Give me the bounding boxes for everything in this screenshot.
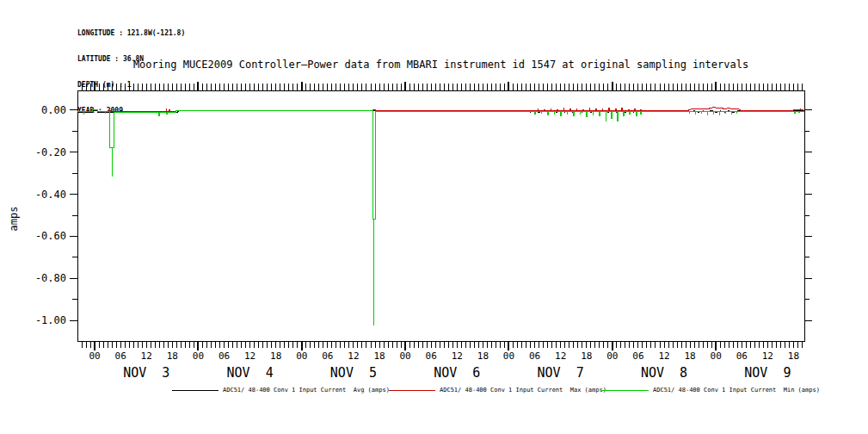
x-hour-label: 18 bbox=[788, 350, 799, 362]
x-day-label: NOV 4 bbox=[226, 365, 273, 381]
x-day-label: NOV 7 bbox=[538, 365, 584, 381]
x-hour-label: 00 bbox=[503, 350, 514, 362]
x-hour-label: 06 bbox=[322, 350, 333, 362]
legend-label-max: ADC51/ 48-400 Conv 1 Input Current Max (… bbox=[440, 387, 606, 394]
y-tick-label: -0.60 bbox=[35, 230, 66, 242]
x-day-label: NOV 9 bbox=[744, 365, 791, 381]
x-hour-label: 12 bbox=[141, 350, 152, 362]
legend-label-avg: ADC51/ 48-400 Conv 1 Input Current Avg (… bbox=[223, 387, 390, 394]
x-hour-label: 00 bbox=[193, 350, 204, 362]
x-hour-label: 06 bbox=[115, 350, 126, 362]
x-hour-label: 12 bbox=[452, 350, 463, 362]
x-hour-label: 18 bbox=[270, 350, 281, 362]
x-hour-label: 12 bbox=[658, 350, 669, 362]
x-hour-label: 00 bbox=[296, 350, 307, 362]
x-hour-label: 06 bbox=[426, 350, 437, 362]
x-hour-label: 06 bbox=[219, 350, 230, 362]
legend-item-avg: ADC51/ 48-400 Conv 1 Input Current Avg (… bbox=[172, 387, 390, 394]
chart-plot-area: 0.00-0.20-0.40-0.60-0.80-1.0000061218NOV… bbox=[0, 0, 868, 434]
legend-item-max: ADC51/ 48-400 Conv 1 Input Current Max (… bbox=[389, 387, 606, 394]
legend-item-min: ADC51/ 48-400 Conv 1 Input Current Min (… bbox=[602, 387, 820, 394]
x-hour-label: 06 bbox=[529, 350, 540, 362]
y-tick-label: -0.80 bbox=[35, 272, 66, 284]
x-hour-label: 18 bbox=[167, 350, 178, 362]
x-hour-label: 18 bbox=[373, 350, 385, 362]
x-hour-label: 18 bbox=[581, 350, 592, 362]
legend: ADC51/ 48-400 Conv 1 Input Current Avg (… bbox=[0, 387, 868, 400]
x-hour-label: 18 bbox=[684, 350, 695, 362]
x-hour-label: 00 bbox=[400, 350, 411, 362]
x-hour-label: 12 bbox=[348, 350, 359, 362]
x-day-label: NOV 3 bbox=[123, 365, 169, 381]
x-hour-label: 00 bbox=[606, 350, 618, 362]
x-hour-label: 12 bbox=[762, 350, 773, 362]
y-tick-label: -1.00 bbox=[35, 314, 66, 326]
x-hour-label: 00 bbox=[711, 350, 722, 362]
min-line-swatch-icon bbox=[602, 390, 649, 391]
y-tick-label: 0.00 bbox=[41, 104, 66, 116]
series-min-line bbox=[77, 110, 804, 325]
x-day-label: NOV 8 bbox=[641, 365, 687, 381]
x-hour-label: 06 bbox=[632, 350, 643, 362]
x-hour-label: 18 bbox=[477, 350, 489, 362]
y-tick-label: -0.20 bbox=[35, 146, 66, 158]
x-hour-label: 00 bbox=[89, 350, 100, 362]
legend-label-min: ADC51/ 48-400 Conv 1 Input Current Min (… bbox=[653, 387, 820, 394]
x-hour-label: 06 bbox=[736, 350, 748, 362]
x-hour-label: 12 bbox=[244, 350, 255, 362]
x-day-label: NOV 5 bbox=[330, 365, 377, 381]
plot-border bbox=[77, 90, 804, 341]
avg-line-swatch-icon bbox=[172, 390, 219, 391]
plot-canvas: LONGITUDE : 121.8W(-121.8) LATITUDE : 36… bbox=[0, 0, 868, 434]
x-day-label: NOV 6 bbox=[434, 365, 480, 381]
y-tick-label: -0.40 bbox=[35, 189, 66, 201]
max-line-swatch-icon bbox=[389, 390, 435, 391]
x-hour-label: 12 bbox=[555, 350, 566, 362]
